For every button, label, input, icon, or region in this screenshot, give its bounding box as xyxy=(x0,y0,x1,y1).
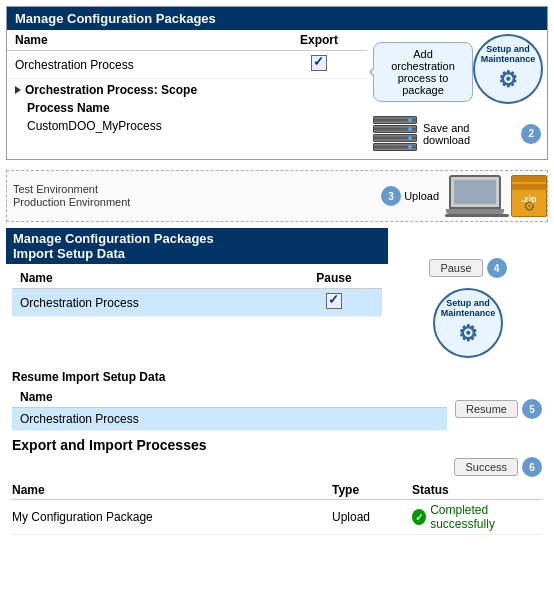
import-title-1: Manage Configuration Packages xyxy=(13,231,381,246)
import-col-name: Name xyxy=(20,271,294,285)
upload-label: Upload xyxy=(404,190,439,202)
gear-icon-top: ⚙ xyxy=(498,67,518,93)
step-5-badge: 5 xyxy=(522,399,542,419)
status-text: Completed successfully xyxy=(430,503,542,531)
resume-row-name: Orchestration Process xyxy=(20,412,439,426)
laptop-icon xyxy=(445,175,505,217)
scope-section: Orchestration Process: Scope Process Nam… xyxy=(7,79,367,143)
check-circle-icon: ✓ xyxy=(412,509,426,525)
page-wrapper: Manage Configuration Packages Name Expor… xyxy=(0,0,554,541)
middle-content: Test Environment Production Environment … xyxy=(11,175,547,217)
prod-env-label: Production Environment xyxy=(11,196,130,208)
import-table-header: Name Pause xyxy=(12,268,382,289)
zip-gear-icon: ⚙ xyxy=(523,198,536,214)
ei-header-row: Name Type Status xyxy=(12,481,542,500)
callout-text: Add orchestration process to package xyxy=(391,48,455,96)
import-outer: Manage Configuration Packages Import Set… xyxy=(6,228,548,364)
import-layout: Manage Configuration Packages Import Set… xyxy=(6,228,548,364)
import-table-wrapper: Name Pause Orchestration Process xyxy=(6,268,388,317)
col-export-header: Export xyxy=(279,33,359,47)
ei-row-name: My Configuration Package xyxy=(12,510,332,524)
success-button[interactable]: Success xyxy=(454,458,518,476)
import-table-row: Orchestration Process xyxy=(12,289,382,317)
top-section-title: Manage Configuration Packages xyxy=(7,7,547,30)
import-pause-checkbox[interactable] xyxy=(294,293,374,312)
ei-row-status: ✓ Completed successfully xyxy=(412,503,542,531)
env-labels: Test Environment Production Environment xyxy=(11,183,130,209)
test-env-label: Test Environment xyxy=(11,183,130,195)
setup-maintenance-circle: Setup and Maintenance ⚙ xyxy=(473,34,543,104)
top-table-row: Orchestration Process xyxy=(7,51,367,79)
ei-data-row-0: My Configuration Package Upload ✓ Comple… xyxy=(12,500,542,535)
server-icon xyxy=(373,116,417,151)
pause-button[interactable]: Pause xyxy=(429,259,482,277)
row-name: Orchestration Process xyxy=(15,58,279,72)
top-right-area: Add orchestration process to package 1 S… xyxy=(367,30,547,159)
save-label-row: Save and download 2 xyxy=(423,122,541,146)
setup-circle-import: Setup and Maintenance ⚙ xyxy=(433,288,503,358)
import-right: Pause 4 Setup and Maintenance ⚙ xyxy=(388,228,548,364)
row-export-checkbox[interactable] xyxy=(279,55,359,74)
upload-area: 3 Upload .zip ⚙ xyxy=(381,175,547,217)
resume-title: Resume Import Setup Data xyxy=(12,370,542,384)
import-row-name: Orchestration Process xyxy=(20,296,294,310)
step-2-badge: 2 xyxy=(521,124,541,144)
col-name-header: Name xyxy=(15,33,279,47)
zip-box: .zip ⚙ xyxy=(511,175,547,217)
top-table-area: Name Export Orchestration Process Orches… xyxy=(7,30,367,159)
import-left: Manage Configuration Packages Import Set… xyxy=(6,228,388,364)
import-col-pause: Pause xyxy=(294,271,374,285)
step-3-badge: 3 xyxy=(381,186,401,206)
ei-col-type-header: Type xyxy=(332,483,412,497)
scope-data-row: CustomDOO_MyProcess xyxy=(27,117,359,135)
laptop-screen-inner xyxy=(454,180,496,204)
resume-btn-row: Resume 5 xyxy=(455,399,542,419)
resume-button[interactable]: Resume xyxy=(455,400,518,418)
zip-stripe-1 xyxy=(512,176,546,182)
step-6-badge: 6 xyxy=(522,457,542,477)
export-import-section: Export and Import Processes Success 6 Na… xyxy=(6,437,548,535)
resume-col-name: Name xyxy=(20,390,439,404)
setup-label-import: Setup and Maintenance xyxy=(435,299,501,319)
server-block-1 xyxy=(373,116,417,124)
setup-circle-top: Setup and Maintenance ⚙ xyxy=(473,34,543,104)
upload-label-row: 3 Upload xyxy=(381,186,439,206)
ei-col-status-header: Status xyxy=(412,483,542,497)
success-btn-row: Success 6 xyxy=(12,457,542,477)
resume-table-header: Name xyxy=(12,387,447,408)
status-completed: ✓ Completed successfully xyxy=(412,503,542,531)
step-4-badge: 4 xyxy=(487,258,507,278)
ei-row-type: Upload xyxy=(332,510,412,524)
gear-icon-import: ⚙ xyxy=(458,321,478,347)
scope-title: Orchestration Process: Scope xyxy=(15,83,359,97)
laptop-foot xyxy=(445,214,509,217)
server-block-2 xyxy=(373,125,417,133)
resume-section: Resume Import Setup Data Name Orchestrat… xyxy=(6,370,548,431)
ei-col-name-header: Name xyxy=(12,483,332,497)
middle-section: Test Environment Production Environment … xyxy=(6,170,548,222)
laptop-screen xyxy=(449,175,501,209)
resume-table-row: Orchestration Process xyxy=(12,408,447,431)
add-orchestration-callout: Add orchestration process to package xyxy=(373,42,473,102)
expand-triangle-icon xyxy=(15,86,21,94)
zip-icon: .zip ⚙ xyxy=(511,175,547,217)
export-import-table: Name Type Status My Configuration Packag… xyxy=(12,481,542,535)
resume-layout: Name Orchestration Process Resume 5 xyxy=(12,387,542,431)
pause-checkbox[interactable] xyxy=(326,293,342,309)
zip-stripe-2 xyxy=(512,184,546,190)
save-row: Save and download 2 xyxy=(373,116,541,151)
save-label: Save and download xyxy=(423,122,517,146)
resume-table: Name Orchestration Process xyxy=(12,387,447,431)
export-checkbox-checked[interactable] xyxy=(311,55,327,71)
import-title-2: Import Setup Data xyxy=(13,246,381,261)
export-import-title: Export and Import Processes xyxy=(12,437,542,453)
top-section: Manage Configuration Packages Name Expor… xyxy=(6,6,548,160)
server-block-3 xyxy=(373,134,417,142)
pause-btn-row: Pause 4 xyxy=(429,258,506,278)
import-title-bar-1: Manage Configuration Packages Import Set… xyxy=(6,228,388,264)
server-block-4 xyxy=(373,143,417,151)
setup-label: Setup and Maintenance xyxy=(475,45,541,65)
scope-col-header: Process Name xyxy=(27,99,359,117)
top-table-header: Name Export xyxy=(7,30,367,51)
